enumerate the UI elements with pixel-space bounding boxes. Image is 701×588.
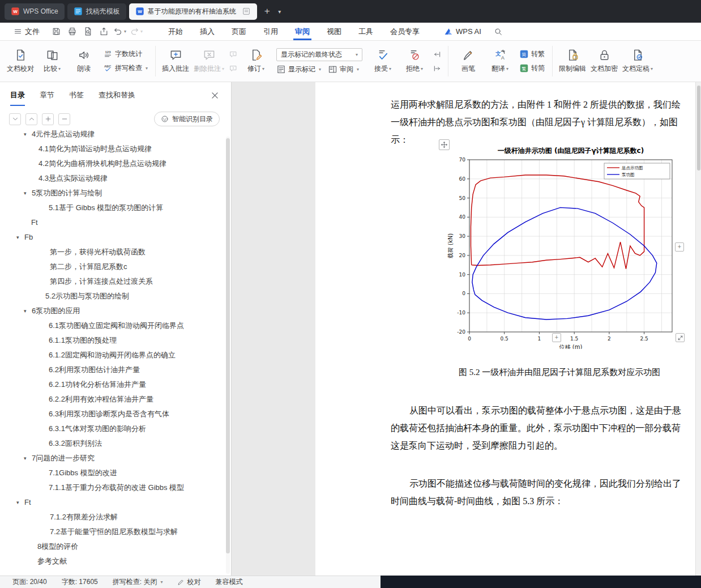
- chart-object[interactable]: 00.511.522.5-20-10010203040506070一级杆油井示功…: [446, 145, 674, 355]
- ribbon-prev-comment-button[interactable]: [228, 49, 238, 59]
- undo-button[interactable]: ▾: [112, 24, 127, 39]
- toc-item[interactable]: 6.2.1功转化分析估算油井产量: [0, 377, 231, 392]
- toc-item[interactable]: 8模型的评价: [0, 539, 231, 554]
- close-pane-button[interactable]: [210, 91, 220, 100]
- sidebar-scrollbar-thumb[interactable]: [226, 138, 230, 553]
- tab-list-dropdown[interactable]: ▾: [275, 4, 285, 19]
- toc-item[interactable]: ▾Fb: [0, 230, 231, 245]
- ribbon-to-simplified-button[interactable]: 繁转简: [519, 63, 545, 73]
- toc-item[interactable]: 6.2利用泵功图估计油井产量: [0, 363, 231, 377]
- status-spell-check[interactable]: 拼写检查: 关闭▾: [113, 577, 163, 587]
- save-button[interactable]: [49, 24, 63, 39]
- pane-tab-chapter[interactable]: 章节: [40, 84, 54, 106]
- toc-item[interactable]: 参考文献: [0, 554, 231, 569]
- document-scrollbar[interactable]: [695, 82, 701, 576]
- ribbon-word-count-button[interactable]: 123字数统计: [103, 49, 148, 59]
- file-menu-button[interactable]: 文件: [8, 23, 45, 40]
- ribbon-ink-button[interactable]: 画笔: [452, 44, 484, 79]
- ribbon-finalize-button[interactable]: 文档定稿▾: [620, 44, 655, 79]
- export-pdf-button[interactable]: [96, 24, 111, 39]
- status-proofread[interactable]: 校对: [177, 577, 200, 587]
- ribbon-tab-review[interactable]: 审阅: [287, 23, 318, 40]
- ribbon-delete-comment-button[interactable]: 删除批注▾: [191, 44, 226, 79]
- pane-tab-find-replace[interactable]: 查找和替换: [99, 84, 135, 106]
- smart-toc-button[interactable]: 智能识别目录: [154, 112, 220, 126]
- toc-item[interactable]: Ft: [0, 215, 231, 230]
- pane-tab-toc[interactable]: 目录: [10, 84, 25, 106]
- toc-collapse-button[interactable]: [9, 113, 21, 125]
- status-word-count[interactable]: 字数: 17605: [62, 577, 98, 587]
- toc-item[interactable]: ▾7问题的进一步研究: [0, 451, 231, 466]
- chart-move-handle[interactable]: [439, 139, 450, 150]
- toc-item[interactable]: 4.3悬点实际运动规律: [0, 171, 231, 186]
- ribbon-tab-tools[interactable]: 工具: [350, 23, 382, 40]
- toc-item[interactable]: 5.1基于 Gibbs 模型的泵功图的计算: [0, 201, 231, 215]
- toc-item[interactable]: ▾4元件悬点运动规律: [0, 127, 231, 142]
- ribbon-read-aloud-button[interactable]: 朗读: [68, 44, 100, 79]
- ribbon-tab-insert[interactable]: 插入: [191, 23, 223, 40]
- toc-item[interactable]: ▾Ft: [0, 495, 231, 510]
- ribbon-prev-revision-button[interactable]: [432, 49, 442, 59]
- pane-tab-bookmark[interactable]: 书签: [69, 84, 84, 106]
- ribbon-encrypt-button[interactable]: 文档加密: [588, 44, 620, 79]
- ribbon-insert-comment-button[interactable]: 插入批注: [160, 44, 191, 79]
- ribbon-markup-state-select[interactable]: 显示标记的最终状态▾: [276, 48, 362, 61]
- wps-ai-button[interactable]: WPS AI: [444, 23, 481, 40]
- ribbon-tab-member[interactable]: 会员专享: [382, 23, 428, 40]
- toc-item[interactable]: 5.2示功图与泵功图的绘制: [0, 289, 231, 304]
- toc-collapse-all-button[interactable]: [58, 113, 70, 125]
- ribbon-tab-page[interactable]: 页面: [223, 23, 255, 40]
- ribbon-restrict-edit-button[interactable]: 限制编辑: [557, 44, 588, 79]
- title-tab-doc-current[interactable]: W基于功能原理的有杆抽油系统: [129, 3, 257, 20]
- ribbon-translate-button[interactable]: 文A翻译▾: [484, 44, 516, 79]
- toc-item[interactable]: ▾5泵功图的计算与绘制: [0, 186, 231, 201]
- toc-item[interactable]: 第二步，计算阻尼系数c: [0, 259, 231, 274]
- ribbon-track-changes-button[interactable]: 修订▾: [240, 44, 272, 79]
- toc-item[interactable]: 6.2.2利用有效冲程估算油井产量: [0, 392, 231, 407]
- toc-collapse-icon[interactable]: ▾: [16, 495, 24, 510]
- ribbon-tab-reference[interactable]: 引用: [255, 23, 287, 40]
- toc-item[interactable]: 4.1简化为简谐运动时悬点运动规律: [0, 142, 231, 156]
- toc-item[interactable]: 6.1.1泵功图的预处理: [0, 333, 231, 348]
- status-page-indicator[interactable]: 页面: 20/40: [12, 577, 47, 587]
- status-compat-mode[interactable]: 兼容模式: [215, 577, 242, 587]
- ribbon-review-pane-button[interactable]: 审阅▾: [328, 65, 359, 74]
- ribbon-accept-button[interactable]: 接受▾: [367, 44, 399, 79]
- toc-item[interactable]: 6.3.2面积判别法: [0, 436, 231, 451]
- toc-item[interactable]: 6.3.1气体对泵功图的影响分析: [0, 421, 231, 436]
- toc-item[interactable]: 6.1泵功图确立固定阀和游动阀开闭临界点: [0, 318, 231, 333]
- sidebar-scrollbar[interactable]: [226, 137, 230, 574]
- toc-collapse-icon[interactable]: ▾: [24, 304, 32, 318]
- toc-item[interactable]: 7.2基于能量守恒的阻尼系数模型与求解: [0, 525, 231, 539]
- toc-item[interactable]: 7.1.2有限差分法求解: [0, 510, 231, 525]
- title-tab-wps-home[interactable]: WWPS Office: [5, 3, 65, 20]
- chart-add-right-button[interactable]: +: [675, 242, 684, 252]
- search-button[interactable]: [494, 23, 503, 40]
- ribbon-tab-home[interactable]: 开始: [160, 23, 191, 40]
- ribbon-spell-check-button[interactable]: ABC拼写检查▾: [103, 63, 148, 73]
- ribbon-next-revision-button[interactable]: [432, 63, 442, 74]
- toc-item[interactable]: 第一步，获得光杆动载荷函数: [0, 245, 231, 259]
- print-preview-button[interactable]: [80, 24, 95, 39]
- toc-item[interactable]: ▾6泵功图的应用: [0, 304, 231, 318]
- chart-resize-handle[interactable]: [676, 333, 685, 342]
- print-button[interactable]: [65, 24, 79, 39]
- toc-item[interactable]: 4.2简化为曲柄滑块机构时悬点运动规律: [0, 156, 231, 171]
- toc-collapse-icon[interactable]: ▾: [16, 230, 24, 245]
- ribbon-to-traditional-button[interactable]: 简转繁: [519, 49, 545, 59]
- toc-expand-button[interactable]: [25, 113, 37, 125]
- title-tab-doc-template[interactable]: 找稿壳模板: [67, 3, 126, 20]
- redo-button[interactable]: ▾: [129, 24, 144, 39]
- toc-expand-all-button[interactable]: [42, 113, 54, 125]
- ribbon-next-comment-button[interactable]: [228, 63, 238, 74]
- toc-item[interactable]: 6.1.2固定阀和游动阀开闭临界点的确立: [0, 348, 231, 363]
- toc-item[interactable]: 7.1.1基于重力分布载荷的改进 Gibbs 模型: [0, 480, 231, 495]
- toc-item[interactable]: 7.1Gibbs 模型的改进: [0, 466, 231, 480]
- toc-collapse-icon[interactable]: ▾: [24, 186, 32, 201]
- ribbon-reject-button[interactable]: 拒绝▾: [399, 44, 430, 79]
- chart-add-bottom-button[interactable]: +: [552, 333, 561, 342]
- ribbon-doc-proofread-button[interactable]: 文档校对: [5, 44, 36, 79]
- toc-item[interactable]: 第四步，计算连接点处过渡关系: [0, 274, 231, 289]
- ribbon-show-markup-button[interactable]: 显示标记▾: [276, 65, 321, 74]
- ribbon-tab-view[interactable]: 视图: [318, 23, 350, 40]
